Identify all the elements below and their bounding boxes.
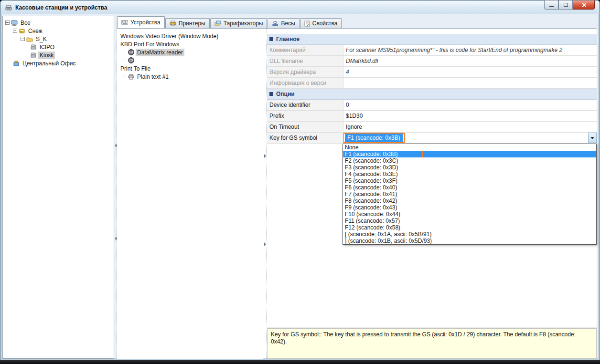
section-title: Главное [276,36,300,42]
tree-connector [121,73,127,81]
splitter-collapse-button[interactable] [263,148,267,164]
tree-item-k3po[interactable]: КЗРО [3,43,114,51]
property-value[interactable]: Ignore [343,122,597,132]
tree-item-all[interactable]: Все [3,19,114,27]
dropdown-item[interactable]: [ (scancode: 0x1A, ascii: 0x5B/91) [343,231,596,238]
dropdown-item[interactable]: None [343,144,596,151]
tree-item-sk[interactable]: S_K [3,35,114,43]
tree-connector [121,56,127,64]
tab-devices[interactable]: Устройства [117,16,165,28]
splitter-left[interactable] [114,16,117,359]
close-button[interactable] [573,0,595,10]
tree-item-central-office[interactable]: Центральный Офис [3,59,114,67]
dropdown-item[interactable]: F2 (scancode: 0x3C) [343,157,596,164]
property-row: Prefix $1D30 [267,111,597,122]
app-window: Кассовые станции и устройства Все Снеж [0,0,600,360]
minimize-button[interactable] [544,0,558,10]
printer-icon [170,21,176,26]
close-icon [581,2,587,8]
dropdown-item[interactable]: F5 (scancode: 0x3F) [343,177,596,184]
dropdown-item[interactable]: F10 (scancode: 0x44) [343,211,596,218]
property-value[interactable]: 0 [343,100,597,110]
collapse-icon[interactable] [269,92,273,96]
tree-connector [121,48,127,56]
property-label: Версия драйвера [267,67,343,77]
dropdown-item[interactable]: F11 (scancode: 0x57) [343,218,596,224]
property-row: Комментарий For scanner MS951programming… [267,45,597,56]
tab-label: Весы [281,20,295,27]
collapse-icon[interactable] [269,37,273,41]
dropdown-item[interactable]: F12 (scancode: 0x58) [343,224,596,231]
tree-item-label: Kiosk [38,52,55,59]
cash-register-icon [30,44,37,51]
store-icon [19,28,25,34]
combo-value-text: F1 (scancode: 0x3B) [345,134,403,142]
tab-bar: Устройства Принтеры Тарификаторы Весы [117,16,597,28]
section-title: Опции [276,91,295,97]
station-tree: Все Снеж S_K КЗРО [2,16,114,359]
network-icon [11,20,18,26]
window-title: Кассовые станции и устройства [15,4,107,11]
dropdown-item[interactable]: F9 (scancode: 0x43) [343,204,596,211]
dropdown-item-selected[interactable]: F1 (scancode: 0x3B) [343,151,596,157]
tree-expander-icon[interactable] [13,29,17,33]
splitter-right[interactable] [263,29,267,359]
collapse-left-icon [115,144,117,147]
collapse-right-icon [264,154,266,158]
property-label: On Timeout [267,122,343,132]
tab-label: Устройства [130,19,161,26]
device-item[interactable]: DataMatrix reader [117,48,263,56]
property-label: Device identifier [267,100,343,110]
keyboard-icon [128,49,134,55]
property-row: Информация о верси [267,78,597,89]
tab-properties[interactable]: Свойства [300,18,342,28]
tab-scales[interactable]: Весы [268,18,299,28]
dropdown-item[interactable]: ] (scancode: 0x1B, ascii: 0x5D/93) [343,238,596,244]
device-item[interactable]: Plain text #1 [117,73,263,81]
tree-item-kiosk[interactable]: Kiosk [3,51,114,59]
property-label: Prefix [267,111,343,121]
property-row: DLL filename DMatrkbd.dll [267,56,597,67]
dropdown-item[interactable]: F8 (scancode: 0x42) [343,198,596,204]
scales-icon [272,21,279,26]
tab-label: Принтеры [179,20,205,27]
tree-expander-icon[interactable] [21,37,25,41]
section-header-main[interactable]: Главное [267,34,597,45]
tree-item-label: Центральный Офис [21,60,77,67]
property-grid: Главное Комментарий For scanner MS951pro… [267,34,597,359]
keyboard-icon [128,57,134,63]
splitter-collapse-button[interactable] [114,230,117,247]
titlebar: Кассовые станции и устройства [1,1,599,14]
tree-item-snezh[interactable]: Снеж [3,27,114,35]
tab-printers[interactable]: Принтеры [165,18,210,28]
tab-tariffs[interactable]: Тарификаторы [210,18,268,28]
maximize-icon [564,3,568,7]
property-label: DLL filename [267,56,343,66]
maximize-button[interactable] [558,0,573,10]
folder-icon [26,36,33,42]
device-item[interactable]: Windows Video Driver (Window Mode) [117,32,263,40]
dropdown-item[interactable]: F6 (scancode: 0x40) [343,184,596,191]
tree-expander-icon[interactable] [5,21,10,25]
device-item[interactable]: Print To File [117,64,263,73]
device-item[interactable] [117,56,263,64]
dropdown-item[interactable]: F7 (scancode: 0x41) [343,191,596,198]
device-label: Print To File [119,65,152,73]
section-header-options[interactable]: Опции [267,89,597,100]
combo-selected-value: F1 (scancode: 0x3B) [345,134,403,142]
taskbar-strip [0,360,600,364]
splitter-collapse-button[interactable] [263,236,267,252]
minimize-icon [549,6,554,7]
dropdown-item[interactable]: F4 (scancode: 0x3E) [343,171,596,177]
property-value[interactable]: $1D30 [343,111,597,121]
dropdown-item[interactable]: F3 (scancode: 0x3D) [343,164,596,171]
splitter-collapse-button[interactable] [114,137,117,154]
tree-item-label: КЗРО [38,43,56,51]
combo-dropdown-button[interactable] [588,133,597,143]
property-row-key-for-gs: Key for GS symbol F1 (scancode: 0x3B) [267,133,597,144]
combo-field[interactable]: F1 (scancode: 0x3B) [343,133,597,143]
device-item[interactable]: KBD Port For Windows [117,40,263,48]
property-label: Информация о верси [267,78,343,88]
devices-icon [121,20,128,25]
property-description: Key for GS symbol:: The key that is pres… [267,329,597,359]
